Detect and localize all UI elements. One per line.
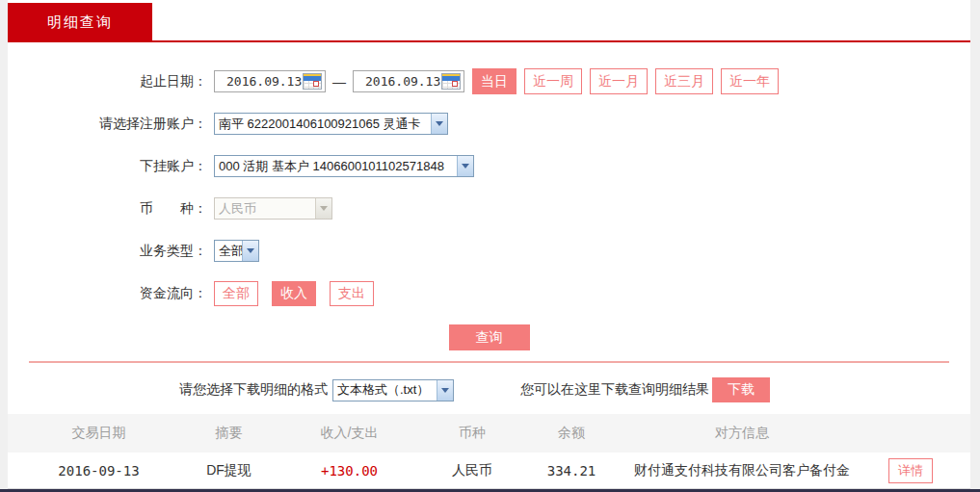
download-format-label: 请您选择下载明细的格式: [179, 381, 328, 399]
register-account-row: 请选择注册账户： 南平 6222001406100921065 灵通卡: [8, 113, 970, 135]
range-today-button[interactable]: 当日: [472, 68, 516, 94]
register-account-select[interactable]: 南平 6222001406100921065 灵通卡: [214, 113, 448, 135]
chevron-down-icon[interactable]: [431, 114, 447, 134]
range-week-button[interactable]: 近一周: [524, 68, 582, 94]
sub-account-label: 下挂账户：: [8, 158, 207, 175]
table-header-row: 交易日期 摘要 收入/支出 币种 余额 对方信息: [8, 414, 970, 453]
date-to-value: 2016.09.13: [365, 74, 440, 89]
business-type-row: 业务类型： 全部: [8, 240, 970, 262]
date-separator: —: [332, 74, 346, 90]
sub-account-select[interactable]: 000 活期 基本户 1406600101102571848: [214, 155, 474, 177]
cell-counterparty: 财付通支付科技有限公司客户备付金: [608, 462, 876, 479]
date-range-label: 起止日期：: [8, 73, 207, 91]
tab-label: 明细查询: [47, 13, 113, 30]
chevron-down-icon[interactable]: [437, 380, 453, 401]
header-counterparty: 对方信息: [608, 425, 876, 442]
cell-balance: 334.21: [535, 463, 608, 479]
detail-button[interactable]: 详情: [888, 458, 933, 483]
business-type-value: 全部: [215, 243, 242, 260]
range-quarter-button[interactable]: 近三月: [655, 68, 713, 94]
date-range-row: 起止日期： 2016.09.13 — 2016.09.13 当日 近一周 近一月…: [8, 70, 970, 92]
content-panel: 明细查询 起止日期： 2016.09.13 — 2016.09.13 当日 近一…: [8, 0, 970, 492]
calendar-icon[interactable]: [303, 73, 322, 90]
cell-currency: 人民币: [410, 462, 535, 479]
cell-summary: DF提现: [169, 462, 289, 479]
fund-flow-income-button[interactable]: 收入: [272, 281, 316, 306]
range-month-button[interactable]: 近一月: [590, 68, 648, 94]
currency-value: 人民币: [215, 200, 315, 218]
fund-flow-label: 资金流向：: [8, 285, 207, 302]
date-from-value: 2016.09.13: [226, 74, 302, 89]
download-format-select[interactable]: 文本格式（.txt）: [332, 379, 454, 401]
currency-row: 币 种： 人民币: [8, 197, 970, 220]
header-amount: 收入/支出: [289, 425, 410, 442]
results-table: 交易日期 摘要 收入/支出 币种 余额 对方信息 2016-09-13 DF提现…: [8, 414, 970, 489]
register-account-value: 南平 6222001406100921065 灵通卡: [215, 116, 431, 133]
currency-select: 人民币: [214, 197, 332, 220]
header-summary: 摘要: [169, 425, 289, 442]
date-to-input[interactable]: 2016.09.13: [353, 70, 464, 92]
cell-date: 2016-09-13: [29, 463, 169, 479]
query-button-row: 查询: [8, 324, 970, 350]
range-year-button[interactable]: 近一年: [721, 68, 779, 94]
fund-flow-row: 资金流向： 全部 收入 支出: [8, 282, 970, 304]
register-account-label: 请选择注册账户：: [8, 116, 207, 133]
business-type-select[interactable]: 全部: [214, 240, 259, 262]
download-hint: 您可以在这里下载查询明细结果: [520, 381, 709, 399]
sub-account-row: 下挂账户： 000 活期 基本户 1406600101102571848: [8, 155, 970, 177]
currency-label: 币 种：: [8, 200, 207, 218]
fund-flow-expense-button[interactable]: 支出: [330, 281, 374, 306]
query-form: 起止日期： 2016.09.13 — 2016.09.13 当日 近一周 近一月…: [8, 42, 970, 402]
fund-flow-all-button[interactable]: 全部: [214, 281, 258, 306]
section-divider: [29, 361, 949, 363]
chevron-down-icon: [315, 198, 331, 219]
chevron-down-icon[interactable]: [457, 156, 473, 176]
chevron-down-icon[interactable]: [242, 241, 258, 261]
header-balance: 余额: [535, 425, 608, 442]
query-button[interactable]: 查询: [449, 324, 530, 350]
header-date: 交易日期: [29, 425, 169, 442]
cell-amount: +130.00: [289, 463, 410, 479]
table-row: 2016-09-13 DF提现 +130.00 人民币 334.21 财付通支付…: [8, 453, 970, 489]
download-row: 请您选择下载明细的格式 文本格式（.txt） 您可以在这里下载查询明细结果 下载: [8, 377, 970, 402]
tab-detail-query[interactable]: 明细查询: [8, 3, 152, 40]
download-button[interactable]: 下载: [712, 377, 770, 402]
sub-account-value: 000 活期 基本户 1406600101102571848: [215, 158, 457, 175]
download-format-value: 文本格式（.txt）: [333, 381, 437, 399]
calendar-icon[interactable]: [441, 73, 461, 90]
header-currency: 币种: [410, 425, 535, 442]
business-type-label: 业务类型：: [8, 243, 207, 260]
date-from-input[interactable]: 2016.09.13: [214, 70, 326, 92]
